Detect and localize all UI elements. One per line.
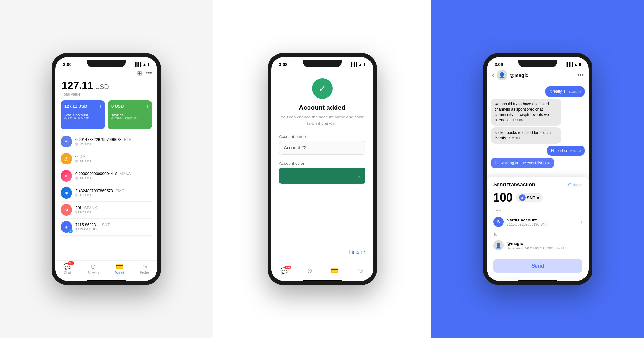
- middle-panel: 3:08 ▐▐▐ ▲ ▮ ✓ Account added You can cha…: [213, 0, 431, 338]
- eth-name: 0.00147832297997996628 ETH: [75, 137, 152, 142]
- nav-browser-label-1: Browser: [87, 271, 99, 275]
- nav-wallet-1[interactable]: 💳 Wallet: [115, 263, 124, 275]
- home-bar-2: [303, 280, 342, 281]
- snt-name: 7115.86923… SNT: [75, 223, 152, 227]
- bottom-nav-1: 💬99+ Chat ⊙ Browser 💳 Wallet ☺ Profile: [55, 260, 157, 278]
- chat-icon-1: 💬99+: [63, 263, 71, 270]
- phone-2-screen: 3:08 ▐▐▐ ▲ ▮ ✓ Account added You can cha…: [271, 57, 373, 281]
- msg-time-3: 2:32 PM: [509, 137, 520, 140]
- phone-notch-3: [518, 60, 557, 67]
- back-icon[interactable]: ‹: [492, 71, 494, 79]
- token-list: Ξ 0.00147832297997996628 ETH $0.39 USD ◎…: [55, 133, 157, 260]
- account-added-subtitle: You can change the account name and colo…: [279, 114, 365, 127]
- from-account-info: Status account 7115.869232833196 SNT: [507, 218, 547, 226]
- nav-browser-1[interactable]: ⊙ Browser: [87, 263, 99, 275]
- wifi-icon-3: ▲: [574, 62, 578, 66]
- msg-bubble-3: sticker packs released for special event…: [491, 127, 561, 144]
- more-icon[interactable]: •••: [146, 70, 152, 77]
- wallet-icon-1: 💳: [116, 263, 124, 270]
- share-icon-1[interactable]: ↑: [99, 104, 102, 109]
- battery-icon: ▮: [147, 62, 149, 67]
- tx-token-selector[interactable]: ◈ SNT ∨: [516, 193, 543, 202]
- balance-currency: USD: [93, 83, 109, 90]
- tx-title: Send transaction: [493, 182, 535, 188]
- phone-3-screen: 3:06 ▐▐▐ ▲ ▮ ‹ 👤 @magic ••• It really is: [487, 57, 589, 281]
- dai-usd: $0.00 USD: [75, 159, 152, 163]
- bottom-nav-2: 💬99+ ⊙ 💳 ☺: [271, 265, 373, 278]
- left-panel: 3:00 ▐▐▐ ▲ ▮ ⊞ ••• 127.11 USD Total valu…: [0, 0, 213, 338]
- send-button[interactable]: Send: [493, 259, 582, 273]
- wallet-header: ⊞ •••: [55, 69, 157, 77]
- eth-usd: $0.39 USD: [75, 142, 152, 146]
- card1-addr: 0xA40b0_906c33E: [64, 117, 101, 120]
- mana-usd: $0.00 USD: [75, 176, 152, 180]
- signal-icon-3: ▐▐▐: [565, 62, 573, 66]
- signal-icon: ▐▐▐: [134, 62, 141, 66]
- dai-icon: ◎: [61, 153, 72, 164]
- msg-row-5: I'm working on the event list now: [491, 158, 585, 168]
- mana-info: 0.000000000000004418 MANA $0.00 USD: [75, 172, 152, 180]
- msg-text-1: It really is: [549, 89, 566, 94]
- balance-display: 127.11 USD: [62, 80, 151, 91]
- card2-amount: 0 USD: [111, 104, 148, 108]
- to-account-addr: 0x0704420e4f750a97281ebc7387113...: [507, 246, 570, 250]
- card1-amount: 127.11 USD: [64, 104, 101, 108]
- account-name-input[interactable]: [279, 141, 365, 155]
- recipient-avatar-icon: 👤: [493, 240, 504, 250]
- nav-chat-1[interactable]: 💬99+ Chat: [63, 263, 71, 275]
- finish-button[interactable]: Finish ›: [348, 249, 365, 255]
- grid-icon[interactable]: ⊞: [137, 70, 142, 77]
- token-omg[interactable]: ◈ 2.4324887997869573 OMG $2.61 USD: [61, 184, 152, 202]
- snt-token-icon: ◈: [519, 194, 526, 201]
- token-snt[interactable]: ◈ ↗ 7115.86923… SNT $123.04 USD: [61, 219, 152, 236]
- finish-label: Finish: [348, 249, 362, 255]
- phone-1: 3:00 ▐▐▐ ▲ ▮ ⊞ ••• 127.11 USD Total valu…: [52, 53, 161, 285]
- from-account-icon: S: [493, 217, 504, 227]
- chat-messages: It really is 11:15 AM we should try to h…: [487, 83, 589, 177]
- battery-icon-2: ▮: [364, 62, 365, 67]
- tx-from-account[interactable]: S Status account 7115.869232833196 SNT ›: [493, 214, 582, 230]
- token-eth[interactable]: Ξ 0.00147832297997996628 ETH $0.39 USD: [61, 133, 152, 150]
- finish-row: Finish ›: [279, 249, 365, 258]
- omg-icon: ◈: [61, 187, 72, 199]
- wallet-balance: 127.11 USD Total value: [55, 77, 157, 97]
- wallet-icon-2: 💳: [331, 267, 339, 275]
- balance-amount: 127.11: [62, 80, 93, 91]
- balance-label: Total value: [62, 92, 151, 97]
- nav-browser-2[interactable]: ⊙: [307, 267, 312, 275]
- nav-chat-2[interactable]: 💬99+: [280, 267, 289, 275]
- msg-row-1: It really is 11:15 AM: [491, 86, 585, 97]
- nav-profile-2[interactable]: ☺: [357, 267, 364, 275]
- right-panel: 3:06 ▐▐▐ ▲ ▮ ‹ 👤 @magic ••• It really is: [431, 0, 644, 338]
- tx-to-label: To: [493, 232, 582, 236]
- chat-icon-2: 💬99+: [280, 267, 289, 275]
- account-name-label: Account name: [279, 134, 306, 139]
- msg-bubble-2: we should try to have dedicated channels…: [491, 99, 561, 126]
- status-account-card[interactable]: ↑ 127.11 USD Status account 0xA40b0_906c…: [61, 100, 105, 129]
- token-dai[interactable]: ◎ 0 DAI $0.00 USD: [61, 150, 152, 167]
- msg-text-5: I'm working on the event list now: [495, 161, 550, 165]
- share-icon-2[interactable]: ↑: [147, 104, 149, 109]
- status-icons-2: ▐▐▐ ▲ ▮: [350, 62, 365, 67]
- tx-token-chevron-icon: ∨: [536, 195, 540, 200]
- to-account-name: @magic: [507, 241, 570, 246]
- savings-card[interactable]: ↑ 0 USD savings 0x03F64_A598248c: [108, 100, 152, 129]
- color-picker-dropdown[interactable]: ⌄: [279, 168, 365, 184]
- account-added-title: Account added: [299, 104, 345, 111]
- account-color-label: Account color: [279, 161, 305, 166]
- dai-info: 0 DAI $0.00 USD: [75, 155, 152, 163]
- token-spank[interactable]: Si 201 SPANK $1.07 USD: [61, 202, 152, 219]
- nav-wallet-2[interactable]: 💳: [331, 267, 339, 275]
- nav-profile-label-1: Profile: [140, 271, 149, 274]
- phone-notch-2: [303, 60, 342, 67]
- to-account-info: @magic 0x0704420e4f750a97281ebc7387113..…: [507, 241, 570, 250]
- nav-profile-1[interactable]: ☺ Profile: [140, 263, 149, 275]
- card2-name: savings: [111, 113, 148, 117]
- chat-more-icon[interactable]: •••: [577, 72, 583, 79]
- token-mana[interactable]: ⊛ 0.000000000000004418 MANA $0.00 USD: [61, 167, 152, 184]
- eth-info: 0.00147832297997996628 ETH $0.39 USD: [75, 137, 152, 146]
- profile-icon-1: ☺: [141, 263, 148, 270]
- tx-amount-value: 100: [493, 191, 513, 204]
- cancel-button[interactable]: Cancel: [568, 182, 582, 187]
- account-added-screen: ✓ Account added You can change the accou…: [271, 69, 373, 265]
